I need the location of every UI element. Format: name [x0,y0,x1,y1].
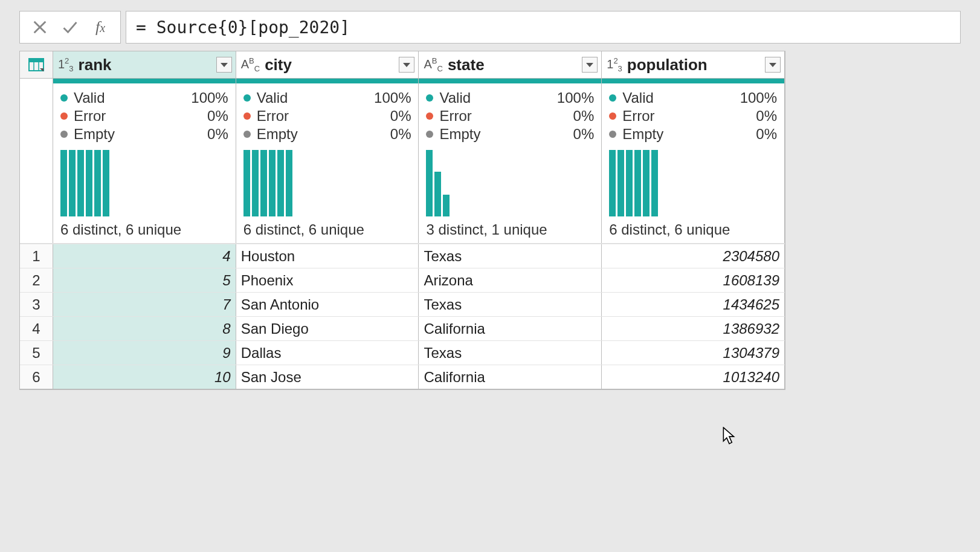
cell-population[interactable]: 1304379 [602,341,785,365]
quality-error-value: 0% [390,108,411,125]
row-number[interactable]: 1 [20,244,53,268]
quality-valid-value: 100% [191,89,228,106]
cell-population[interactable]: 1013240 [602,365,785,389]
cell-state[interactable]: California [419,365,602,389]
cell-city[interactable]: Dallas [236,341,419,365]
column-name-label: population [627,56,765,74]
cell-rank[interactable]: 7 [53,293,236,316]
distinct-summary: 6 distinct, 6 unique [243,221,411,238]
table-row[interactable]: 48San DiegoCalifornia1386932 [20,316,785,340]
cell-city[interactable]: Phoenix [236,268,419,292]
column-header-state[interactable]: ABCstate [419,51,602,79]
quality-empty-label: Empty [439,126,573,143]
check-icon [62,19,79,36]
column-header-rank[interactable]: 123rank [53,51,236,79]
cell-rank[interactable]: 9 [53,341,236,365]
formula-bar: fx = Source{0}[pop_2020] [19,11,961,44]
table-row[interactable]: 59DallasTexas1304379 [20,340,785,365]
cell-city[interactable]: Houston [236,244,419,268]
distinct-summary: 3 distinct, 1 unique [426,221,594,238]
table-row[interactable]: 25PhoenixArizona1608139 [20,268,785,292]
cell-population[interactable]: 1434625 [602,293,785,316]
mouse-cursor [723,427,736,447]
commit-formula-button[interactable] [55,12,85,42]
x-icon [31,19,48,36]
column-filter-button[interactable] [399,57,414,73]
number-type-icon: 123 [58,56,74,73]
quality-empty-value: 0% [390,126,411,143]
cell-state[interactable]: Texas [419,341,602,365]
cell-rank[interactable]: 4 [53,244,236,268]
column-profile-city: Valid100%Error0%Empty0%6 distinct, 6 uni… [236,83,419,243]
data-rows: 14HoustonTexas230458025PhoenixArizona160… [20,244,785,389]
cancel-formula-button[interactable] [25,12,55,42]
row-number[interactable]: 2 [20,268,53,292]
column-name-label: rank [79,56,216,74]
cell-city[interactable]: San Antonio [236,293,419,316]
quality-empty-value: 0% [756,126,777,143]
formula-input[interactable]: = Source{0}[pop_2020] [126,11,961,44]
column-header-city[interactable]: ABCcity [236,51,419,79]
column-profile-population: Valid100%Error0%Empty0%6 distinct, 6 uni… [602,83,785,243]
quality-empty-label: Empty [257,126,390,143]
quality-empty-value: 0% [573,126,595,143]
quality-accent-row [20,79,785,83]
row-number[interactable]: 3 [20,293,53,316]
quality-empty-label: Empty [622,126,756,143]
cell-population[interactable]: 1608139 [602,268,785,292]
quality-error-label: Error [622,108,756,125]
quality-valid-label: Valid [257,89,374,106]
distinct-summary: 6 distinct, 6 unique [60,221,228,238]
text-type-icon: ABC [424,56,442,73]
quality-error-label: Error [439,108,573,125]
select-all-corner[interactable] [20,51,53,79]
cell-rank[interactable]: 8 [53,317,236,340]
cell-state[interactable]: Texas [419,244,602,268]
fx-icon: fx [95,18,105,36]
cell-state[interactable]: Texas [419,293,602,316]
table-row[interactable]: 14HoustonTexas2304580 [20,244,785,268]
table-row[interactable]: 37San AntonioTexas1434625 [20,292,785,316]
cell-rank[interactable]: 10 [53,365,236,389]
quality-valid-label: Valid [439,89,556,106]
svg-marker-6 [403,63,410,67]
column-profile-state: Valid100%Error0%Empty0%3 distinct, 1 uni… [419,83,602,243]
svg-marker-7 [586,63,593,67]
row-number[interactable]: 6 [20,365,53,389]
cell-city[interactable]: San Diego [236,317,419,340]
cell-state[interactable]: California [419,317,602,340]
column-header-row: 123rankABCcityABCstate123population [20,51,785,79]
cell-population[interactable]: 2304580 [602,244,785,268]
column-filter-button[interactable] [765,57,781,73]
column-name-label: city [265,56,399,74]
fx-button[interactable]: fx [85,12,115,42]
column-header-population[interactable]: 123population [602,51,785,79]
cell-city[interactable]: San Jose [236,365,419,389]
cell-state[interactable]: Arizona [419,268,602,292]
quality-error-value: 0% [756,108,777,125]
svg-rect-1 [29,59,44,62]
quality-valid-value: 100% [557,89,594,106]
cell-rank[interactable]: 5 [53,268,236,292]
column-profile-row: Valid100%Error0%Empty0%6 distinct, 6 uni… [20,83,785,244]
number-type-icon: 123 [607,56,622,73]
table-row[interactable]: 610San JoseCalifornia1013240 [20,365,785,389]
cell-population[interactable]: 1386932 [602,317,785,340]
quality-error-value: 0% [573,108,595,125]
quality-valid-label: Valid [622,89,740,106]
row-number[interactable]: 5 [20,341,53,365]
column-profile-rank: Valid100%Error0%Empty0%6 distinct, 6 uni… [53,83,236,243]
quality-empty-value: 0% [207,126,228,143]
quality-valid-label: Valid [74,89,191,106]
svg-marker-8 [769,63,776,67]
quality-valid-value: 100% [374,89,411,106]
column-filter-button[interactable] [216,57,232,73]
distribution-chart [243,150,411,216]
svg-marker-5 [221,63,228,67]
quality-valid-value: 100% [740,89,777,106]
quality-empty-label: Empty [74,126,207,143]
distribution-chart [609,150,777,216]
column-filter-button[interactable] [582,57,598,73]
distribution-chart [60,150,228,216]
row-number[interactable]: 4 [20,317,53,340]
